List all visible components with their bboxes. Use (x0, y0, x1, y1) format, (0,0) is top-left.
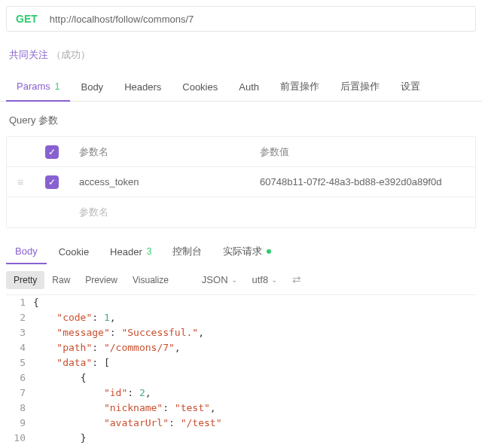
tab-后置操作[interactable]: 后置操作 (330, 72, 390, 101)
params-table: ✓ 参数名 参数值 ≡ ✓ access_token 60748b11-07f2… (6, 136, 476, 228)
indicator-dot-icon (267, 249, 271, 254)
code-line: 5 "data": [ (6, 355, 476, 370)
viewer-toolbar: PrettyRawPreviewVisualize JSON⌄ utf8⌄ ⇄ (0, 264, 482, 294)
param-value-input[interactable]: 60748b11-07f2-48a3-bd88-e392d0a89f0d (251, 170, 475, 194)
view-mode-raw[interactable]: Raw (44, 271, 78, 289)
tab-auth[interactable]: Auth (228, 72, 270, 101)
tab-body[interactable]: Body (70, 72, 114, 101)
view-mode-visualize[interactable]: Visualize (125, 271, 176, 289)
format-select[interactable]: JSON⌄ (197, 274, 242, 285)
query-params-label: Query 参数 (0, 102, 482, 136)
code-line: 9 "avatarUrl": "/test" (6, 416, 476, 431)
code-line: 6 { (6, 370, 476, 386)
tab-设置[interactable]: 设置 (390, 72, 431, 101)
code-line: 2 "code": 1, (6, 310, 476, 325)
response-tab-header[interactable]: Header3 (101, 240, 160, 264)
tab-前置操作[interactable]: 前置操作 (270, 72, 330, 101)
response-tab-cookie[interactable]: Cookie (50, 240, 98, 264)
code-line: 7 "id": 2, (6, 386, 476, 401)
param-checkbox[interactable]: ✓ (45, 175, 59, 189)
response-tab-控制台[interactable]: 控制台 (163, 239, 211, 264)
chevron-down-icon: ⌄ (271, 276, 277, 284)
tab-headers[interactable]: Headers (114, 72, 172, 101)
view-mode-pretty[interactable]: Pretty (6, 271, 44, 289)
request-tabs: Params1BodyHeadersCookiesAuth前置操作后置操作设置 (0, 72, 482, 102)
param-row-empty: 参数名 (7, 197, 475, 227)
tab-params[interactable]: Params1 (6, 72, 70, 102)
view-mode-preview[interactable]: Preview (78, 271, 125, 289)
param-row: ≡ ✓ access_token 60748b11-07f2-48a3-bd88… (7, 167, 475, 197)
param-name-placeholder[interactable]: 参数名 (70, 200, 251, 225)
api-name: 共同关注 (9, 49, 48, 60)
code-line: 1{ (6, 295, 476, 310)
wrap-toggle-icon[interactable]: ⇄ (288, 272, 306, 287)
param-name-input[interactable]: access_token (70, 170, 251, 194)
code-line: 10 } (6, 431, 476, 446)
code-line: 8 "nickname": "test", (6, 401, 476, 416)
code-line: 4 "path": "/commons/7", (6, 340, 476, 355)
api-status-hint: （成功） (51, 49, 90, 60)
params-header-value: 参数值 (251, 139, 475, 165)
encoding-select[interactable]: utf8⌄ (248, 274, 282, 285)
response-tab-body[interactable]: Body (6, 239, 47, 264)
response-body-viewer[interactable]: 1{2 "code": 1,3 "message": "Successful."… (6, 294, 476, 446)
tab-badge: 3 (147, 246, 152, 257)
code-line: 3 "message": "Successful.", (6, 325, 476, 340)
chevron-down-icon: ⌄ (231, 276, 237, 284)
params-header-name: 参数名 (70, 139, 251, 165)
response-tab-实际请求[interactable]: 实际请求 (214, 239, 280, 264)
params-header-row: ✓ 参数名 参数值 (7, 137, 475, 167)
api-title: 共同关注（成功） (0, 38, 482, 72)
response-tabs: BodyCookieHeader3控制台实际请求 (0, 228, 482, 264)
tab-cookies[interactable]: Cookies (172, 72, 228, 101)
request-url[interactable]: http://localhost/follow/commons/7 (50, 14, 194, 25)
tab-badge: 1 (55, 81, 60, 92)
select-all-checkbox[interactable]: ✓ (45, 145, 59, 159)
http-method[interactable]: GET (16, 13, 38, 25)
drag-handle-icon[interactable]: ≡ (17, 176, 23, 188)
request-bar: GET http://localhost/follow/commons/7 (6, 6, 476, 32)
